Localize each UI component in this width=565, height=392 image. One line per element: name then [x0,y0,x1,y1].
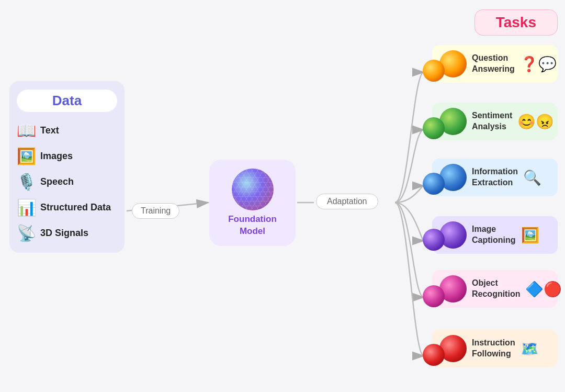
task-card-info: InformationExtraction 🔍 [432,159,558,196]
data-label-images: Images [40,151,73,162]
tasks-title: Tasks [496,14,536,30]
task-card-qa: QuestionAnswering ❓💬 [432,45,558,83]
qa-node-sphere [423,60,445,82]
data-item-images: 🖼️ Images [17,147,117,165]
foundation-sphere [232,169,274,210]
instruction-label: InstructionFollowing [472,338,515,360]
caption-icon: 🖼️ [521,227,539,244]
data-label-speech: Speech [40,176,74,187]
sentiment-node-sphere [423,117,445,139]
foundation-model-box: FoundationModel [209,160,296,246]
qa-icon: ❓💬 [520,55,557,73]
sentiment-icon: 😊😠 [517,113,554,130]
instruction-node-sphere [423,344,445,366]
data-label-text: Text [40,125,59,136]
data-title: Data [52,93,82,108]
images-icon: 🖼️ [17,147,36,165]
training-label: Training [132,203,179,219]
data-label-3d: 3D Signals [40,228,88,239]
caption-label: ImageCaptioning [472,224,516,246]
info-icon: 🔍 [523,169,541,186]
data-panel: Data 📖 Text 🖼️ Images 🎙️ Speech 📊 Struct… [9,81,125,253]
structured-icon: 📊 [17,198,36,217]
data-item-3d: 📡 3D Signals [17,224,117,242]
speech-icon: 🎙️ [17,173,36,191]
data-item-speech: 🎙️ Speech [17,173,117,191]
data-item-text: 📖 Text [17,121,117,140]
sentiment-label: SentimentAnalysis [472,110,512,132]
object-icon: 🔷🔴 [525,281,562,298]
info-label: InformationExtraction [472,166,518,188]
data-label-structured: Structured Data [40,202,111,213]
object-label: ObjectRecognition [472,278,520,300]
task-card-caption: ImageCaptioning 🖼️ [432,216,558,254]
object-node-sphere [423,285,445,307]
3d-icon: 📡 [17,224,36,242]
caption-node-sphere [423,229,445,251]
task-card-instruction: InstructionFollowing 🗺️ [432,330,558,367]
data-title-box: Data [17,89,117,112]
foundation-model-label: FoundationModel [228,214,277,237]
info-node-sphere [423,173,445,195]
task-card-object: ObjectRecognition 🔷🔴 [432,270,558,308]
data-item-structured: 📊 Structured Data [17,198,117,217]
tasks-box: Tasks [474,9,558,36]
text-icon: 📖 [17,121,36,140]
task-card-sentiment: SentimentAnalysis 😊😠 [432,103,558,140]
instruction-icon: 🗺️ [521,340,539,357]
qa-label: QuestionAnswering [472,53,515,75]
adaptation-label: Adaptation [316,194,378,209]
